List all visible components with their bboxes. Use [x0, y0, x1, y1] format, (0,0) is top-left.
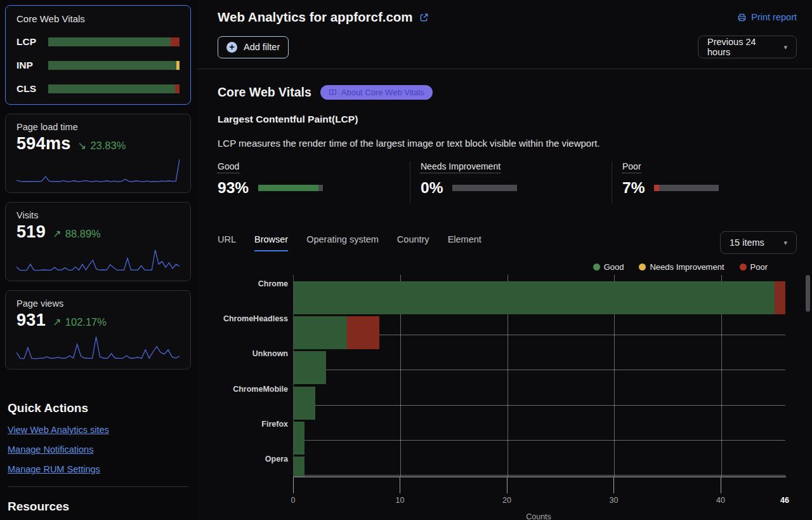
book-icon	[329, 88, 337, 97]
tab-browser[interactable]: Browser	[254, 234, 288, 251]
cwv-metric-row-cls: CLS	[16, 83, 180, 95]
legend-good-label: Good	[604, 262, 624, 272]
add-filter-label: Add filter	[244, 42, 280, 52]
poor-legend-dot-icon	[740, 263, 747, 270]
chart-plot-area	[293, 275, 785, 476]
chart-bar-firefox[interactable]	[294, 422, 304, 455]
page-views-change-value: 102.17%	[65, 316, 107, 328]
chart-bar-chromeheadless[interactable]	[294, 316, 379, 349]
chart-bar-chromemobile[interactable]	[294, 387, 315, 420]
main-content: Web Analytics for appforcf.com Print rep…	[197, 0, 812, 520]
poor-stat-label[interactable]: Poor	[622, 161, 641, 173]
h-gridline	[294, 440, 785, 441]
bar-segment-good	[294, 281, 775, 314]
visits-sparkline	[16, 244, 180, 273]
vertical-scrollbar[interactable]	[806, 275, 810, 312]
needs-improvement-stat: Needs Improvement 0%	[410, 161, 612, 203]
inp-distribution-bar	[48, 61, 180, 70]
bar-segment-poor	[347, 316, 379, 349]
x-tick-label: 0	[291, 496, 296, 505]
printer-icon	[737, 13, 747, 22]
quick-actions-title: Quick Actions	[8, 401, 188, 415]
sidebar-divider	[8, 486, 188, 487]
x-axis-tick	[613, 477, 614, 493]
chart-category-label: Firefox	[197, 419, 288, 429]
plus-icon: +	[226, 42, 237, 53]
print-report-button[interactable]: Print report	[737, 12, 797, 22]
legend-item-needs-improvement[interactable]: Needs Improvement	[639, 262, 724, 272]
needs-improvement-stat-bar	[452, 185, 517, 191]
x-axis-tick	[400, 477, 400, 493]
good-stat-value: 93%	[218, 179, 249, 197]
page-load-time-value: 594ms	[16, 134, 71, 154]
chart-bar-unknown[interactable]	[294, 351, 326, 384]
tab-operating-system[interactable]: Operating system	[306, 234, 379, 251]
x-axis-line	[293, 476, 786, 477]
chart-legend: Good Needs Improvement Poor	[218, 262, 768, 272]
trend-up-icon: ↗	[53, 316, 62, 328]
view-web-analytics-sites-link[interactable]: View Web Analytics sites	[8, 425, 109, 435]
page-views-value-row: 931 ↗ 102.17%	[16, 310, 180, 330]
x-axis-tick	[721, 477, 721, 493]
add-filter-button[interactable]: + Add filter	[218, 36, 289, 58]
external-link-icon[interactable]	[419, 13, 429, 22]
time-range-value: Previous 24 hours	[707, 37, 776, 57]
chevron-down-icon: ▾	[783, 239, 787, 247]
needs-improvement-legend-dot-icon	[639, 263, 646, 270]
legend-item-good[interactable]: Good	[593, 262, 624, 272]
about-core-web-vitals-badge[interactable]: About Core Web Vitals	[320, 85, 433, 100]
dimension-tabs-row: URL Browser Operating system Country Ele…	[218, 231, 797, 254]
core-web-vitals-summary-card[interactable]: Core Web Vitals LCP INP CLS	[5, 5, 191, 105]
visits-card[interactable]: Visits 519 ↗ 88.89%	[5, 202, 191, 281]
tab-url[interactable]: URL	[218, 234, 236, 251]
x-tick-label: 20	[502, 496, 511, 505]
lcp-label: LCP	[16, 36, 48, 48]
about-cwv-label: About Core Web Vitals	[341, 88, 424, 97]
page-load-time-sparkline	[16, 156, 180, 185]
legend-poor-label: Poor	[750, 262, 768, 272]
page-load-time-card[interactable]: Page load time 594ms ↘ 23.83%	[5, 114, 191, 193]
page-views-value: 931	[16, 310, 46, 330]
bar-segment-good	[294, 457, 304, 476]
manage-rum-settings-link[interactable]: Manage RUM Settings	[8, 464, 100, 474]
cwv-section-header: Core Web Vitals About Core Web Vitals	[218, 85, 797, 100]
print-report-label: Print report	[751, 12, 797, 22]
page-load-time-label: Page load time	[16, 122, 180, 132]
page-views-sparkline	[16, 332, 180, 361]
chart-bar-opera[interactable]	[294, 457, 304, 476]
good-stat-label[interactable]: Good	[218, 161, 239, 173]
visits-change-value: 88.89%	[65, 228, 101, 240]
page-views-label: Page views	[16, 298, 180, 309]
visits-value: 519	[16, 222, 46, 242]
header-row: Web Analytics for appforcf.com Print rep…	[218, 10, 797, 25]
poor-stat-bar	[654, 185, 719, 191]
lcp-distribution-bar	[48, 37, 180, 46]
visits-label: Visits	[16, 210, 180, 220]
chart-category-label: Chrome	[197, 279, 288, 289]
manage-notifications-link[interactable]: Manage Notifications	[8, 444, 93, 455]
page-views-card[interactable]: Page views 931 ↗ 102.17%	[5, 290, 191, 370]
needs-improvement-value-row: 0%	[421, 179, 612, 197]
x-tick-label: 46	[780, 496, 789, 505]
tab-country[interactable]: Country	[397, 234, 429, 251]
page-load-time-change-value: 23.83%	[90, 140, 126, 152]
items-count-select[interactable]: 15 items ▾	[720, 231, 797, 254]
h-gridline	[294, 405, 785, 406]
tab-element[interactable]: Element	[448, 234, 481, 251]
cls-label: CLS	[16, 83, 48, 95]
visits-change: ↗ 88.89%	[53, 228, 101, 240]
x-axis-tick	[507, 477, 508, 493]
cwv-metric-row-lcp: LCP	[16, 36, 180, 48]
poor-stat: Poor 7%	[612, 161, 719, 203]
time-range-select[interactable]: Previous 24 hours ▾	[698, 36, 797, 58]
page-title-text: Web Analytics for appforcf.com	[218, 10, 413, 25]
chart-bar-chrome[interactable]	[294, 281, 785, 314]
x-tick-label: 10	[396, 496, 405, 505]
legend-item-poor[interactable]: Poor	[740, 262, 768, 272]
chart-category-label: ChromeHeadless	[197, 314, 288, 324]
page-load-time-value-row: 594ms ↘ 23.83%	[16, 134, 180, 154]
resources-title: Resources	[8, 500, 188, 514]
chart-category-label: ChromeMobile	[197, 384, 288, 394]
trend-down-icon: ↘	[78, 140, 87, 152]
needs-improvement-stat-label[interactable]: Needs Improvement	[421, 161, 501, 173]
